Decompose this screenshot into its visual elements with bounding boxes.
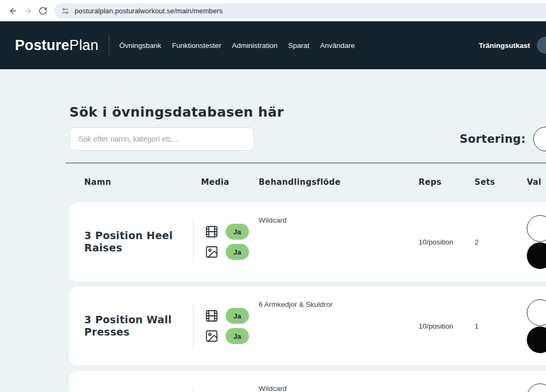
image-badge: Ja: [226, 328, 249, 344]
logo-primary: Posture: [15, 37, 69, 53]
app-logo[interactable]: PosturePlan: [15, 37, 99, 54]
nav-item-ovningsbank[interactable]: Övningsbank: [119, 42, 162, 50]
deselect-circle-button[interactable]: [527, 215, 546, 242]
media-cell: Ja Ja: [193, 202, 259, 281]
col-header-sets: Sets: [472, 177, 523, 187]
exercise-name: 3 Position Wall Presses: [69, 314, 193, 338]
table-row: 3 Position Heel Raises Ja Ja Wildcard 10…: [69, 202, 546, 281]
back-arrow-icon: [9, 6, 18, 15]
logo-divider: [109, 34, 109, 56]
logo-secondary: Plan: [69, 37, 99, 53]
video-badge: Ja: [226, 224, 249, 240]
selection-cell: [523, 383, 546, 392]
select-circle-button[interactable]: [527, 242, 546, 269]
nav-item-funktionstester[interactable]: Funktionstester: [172, 42, 221, 50]
image-media-line: Ja: [205, 244, 259, 260]
main-content: Sök i övningsdatabasen här Sortering: Na…: [0, 69, 546, 392]
sets-value: 1: [472, 322, 523, 330]
media-cell: Ja Ja: [193, 287, 259, 365]
deselect-circle-button[interactable]: [527, 383, 546, 392]
reload-button[interactable]: [35, 3, 50, 19]
table-row: Ja Ja Wildcard: [69, 371, 546, 392]
sort-label: Sortering:: [460, 133, 526, 145]
nav-item-sparat[interactable]: Sparat: [288, 42, 309, 50]
page-title: Sök i övningsdatabasen här: [69, 69, 546, 120]
draft-counter-circle[interactable]: [537, 37, 546, 54]
section-divider: [66, 162, 546, 164]
app-navbar: PosturePlan Övningsbank Funktionstester …: [0, 21, 546, 69]
film-icon: [205, 225, 219, 239]
browser-toolbar: posturalplan.posturalworkout.se/main/mem…: [0, 0, 546, 21]
col-header-behandlingsflode: Behandlingsflöde: [259, 177, 416, 187]
sets-value: 2: [472, 238, 523, 246]
col-header-media: Media: [193, 177, 259, 187]
sort-dropdown-button[interactable]: [533, 127, 546, 151]
select-circle-button[interactable]: [527, 326, 546, 353]
selection-cell: [523, 215, 546, 269]
video-media-line: Ja: [205, 224, 259, 240]
url-bar[interactable]: posturalplan.posturalworkout.se/main/mem…: [54, 3, 546, 19]
image-media-line: Ja: [205, 328, 259, 344]
treatment-flow: 6 Armkedjor & Skuldror: [259, 287, 416, 308]
nav-item-traningsutkast[interactable]: Träningsutkast: [479, 42, 530, 50]
table-row: 3 Position Wall Presses Ja Ja 6 Armkedjo…: [69, 287, 546, 365]
back-button[interactable]: [5, 3, 20, 19]
exercise-name: 3 Position Heel Raises: [69, 230, 193, 254]
main-nav: Övningsbank Funktionstester Administrati…: [119, 42, 355, 50]
reps-value: 10/position: [416, 238, 472, 246]
film-icon: [205, 309, 219, 323]
media-cell: Ja Ja: [193, 371, 259, 392]
col-header-namn: Namn: [69, 177, 193, 187]
treatment-flow: Wildcard: [259, 371, 416, 392]
image-badge: Ja: [226, 244, 249, 260]
reps-value: 10/position: [416, 322, 472, 330]
deselect-circle-button[interactable]: [527, 299, 546, 326]
video-badge: Ja: [226, 308, 249, 324]
nav-item-anvandare[interactable]: Användare: [320, 42, 355, 50]
col-header-reps: Reps: [416, 177, 472, 187]
search-row: Sortering:: [69, 127, 546, 151]
url-text: posturalplan.posturalworkout.se/main/mem…: [75, 7, 223, 15]
treatment-flow: Wildcard: [259, 202, 416, 224]
forward-arrow-icon: [23, 6, 33, 15]
exercise-list: 3 Position Heel Raises Ja Ja Wildcard 10…: [69, 202, 546, 392]
image-icon: [205, 245, 219, 259]
site-settings-icon[interactable]: [61, 7, 69, 15]
video-media-line: Ja: [205, 308, 259, 324]
table-header: Namn Media Behandlingsflöde Reps Sets Va…: [69, 177, 546, 187]
forward-button[interactable]: [20, 3, 35, 19]
reload-icon: [38, 6, 47, 15]
selection-cell: [523, 299, 546, 353]
search-input[interactable]: [69, 127, 254, 151]
image-icon: [205, 329, 219, 343]
col-header-val: Val: [523, 177, 546, 187]
sort-group: Sortering:: [460, 127, 546, 151]
nav-item-administration[interactable]: Administration: [232, 42, 278, 50]
